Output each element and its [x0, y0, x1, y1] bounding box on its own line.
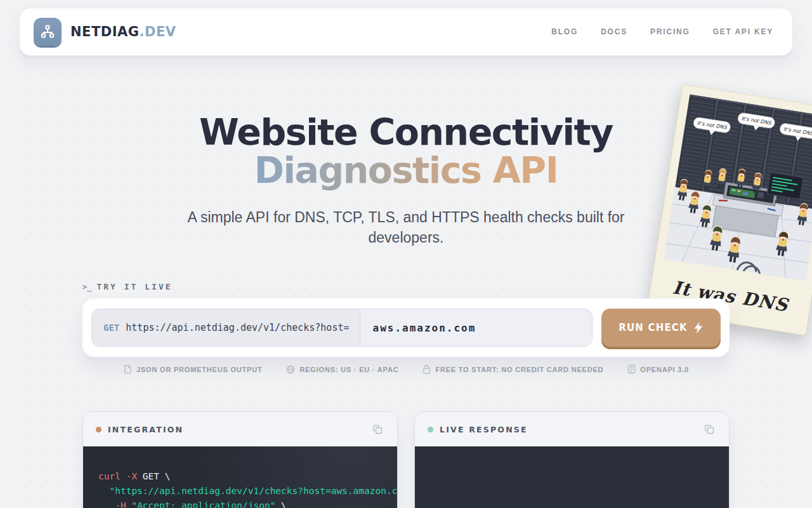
hero-subtitle: A simple API for DNS, TCP, TLS, and HTTP… [152, 207, 660, 248]
http-method-label: GET [103, 323, 119, 333]
live-response-card: LIVE RESPONSE [414, 411, 730, 508]
integration-card: INTEGRATION curl -X GET \ "https://api.n… [82, 411, 398, 508]
lock-icon [422, 364, 431, 374]
copy-icon[interactable] [703, 423, 716, 436]
nav-link-docs[interactable]: DOCS [601, 27, 627, 36]
endpoint-field: GET https://api.netdiag.dev/v1/checks?ho… [91, 309, 593, 347]
endpoint-url-prefix: https://api.netdiag.dev/v1/checks?host= [126, 322, 349, 333]
lightning-bolt-icon [693, 322, 704, 333]
brand-name: NETDIAG.DEV [70, 24, 176, 39]
nav-link-pricing[interactable]: PRICING [650, 27, 690, 36]
try-it-live-section: >_ TRY IT LIVE GET https://api.netdiag.d… [82, 282, 730, 357]
endpoint-bar: GET https://api.netdiag.dev/v1/checks?ho… [82, 298, 730, 357]
file-json-icon [123, 364, 132, 374]
live-response-output [415, 446, 729, 508]
badge-regions-label: REGIONS: US · EU · APAC [299, 366, 398, 373]
badge-output-label: JSON OR PROMETHEUS OUTPUT [136, 366, 262, 373]
live-response-card-header: LIVE RESPONSE [415, 412, 729, 446]
badge-openapi: OPENAPI 3.0 [627, 364, 689, 374]
run-check-button[interactable]: RUN CHECK [601, 309, 721, 347]
badge-regions: REGIONS: US · EU · APAC [286, 365, 398, 374]
terminal-prompt-icon: >_ [82, 283, 91, 291]
badge-output: JSON OR PROMETHEUS OUTPUT [123, 364, 262, 374]
globe-icon [286, 365, 295, 374]
feature-badges: JSON OR PROMETHEUS OUTPUT REGIONS: US · … [0, 364, 812, 374]
badge-openapi-label: OPENAPI 3.0 [640, 366, 689, 373]
integration-card-header: INTEGRATION [83, 412, 397, 446]
copy-icon[interactable] [371, 423, 384, 436]
document-icon [627, 364, 636, 374]
integration-card-title: INTEGRATION [108, 425, 365, 434]
nav-link-blog[interactable]: BLOG [551, 27, 578, 36]
try-it-live-text: TRY IT LIVE [96, 282, 172, 291]
integration-status-dot [96, 427, 102, 432]
nav-links: BLOG DOCS PRICING GET API KEY [551, 27, 773, 36]
badge-free: FREE TO START: NO CREDIT CARD NEEDED [422, 364, 603, 374]
top-nav: NETDIAG.DEV BLOG DOCS PRICING GET API KE… [19, 8, 793, 56]
try-it-live-label: >_ TRY IT LIVE [82, 282, 730, 291]
host-input[interactable] [360, 309, 593, 346]
page-title-line2: Diagnostics API [254, 149, 558, 191]
badge-free-label: FREE TO START: NO CREDIT CARD NEEDED [435, 366, 603, 373]
page-title-line1: Website Connectivity [199, 111, 613, 153]
brand[interactable]: NETDIAG.DEV [34, 18, 176, 46]
sitemap-icon [34, 18, 62, 46]
hero-section: Website Connectivity Diagnostics API A s… [0, 113, 812, 248]
endpoint-prefix: GET https://api.netdiag.dev/v1/checks?ho… [92, 309, 360, 346]
page-title: Website Connectivity Diagnostics API [0, 113, 812, 189]
brand-suffix: .DEV [139, 24, 176, 39]
run-check-label: RUN CHECK [619, 322, 688, 333]
live-response-card-title: LIVE RESPONSE [440, 425, 697, 434]
nav-link-get-api-key[interactable]: GET API KEY [713, 27, 773, 36]
live-response-status-dot [428, 427, 433, 432]
curl-code-block: curl -X GET \ "https://api.netdiag.dev/v… [83, 446, 397, 508]
code-cards-row: INTEGRATION curl -X GET \ "https://api.n… [82, 411, 730, 508]
